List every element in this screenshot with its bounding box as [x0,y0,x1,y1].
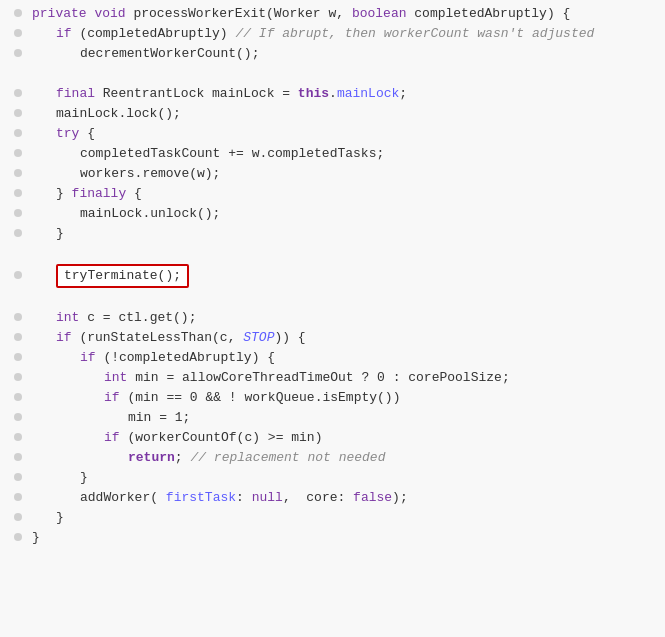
code-line [0,288,665,308]
line-code: private void processWorkerExit(Worker w,… [28,4,657,24]
line-code [28,244,657,264]
token: this [298,86,329,101]
code-line: if (!completedAbruptly) { [0,348,665,368]
code-line [0,244,665,264]
token: ReentrantLock mainLock = [103,86,298,101]
line-gutter [0,353,28,361]
gutter-dot-icon [14,209,22,217]
code-line: int c = ctl.get(); [0,308,665,328]
line-code: } [28,528,657,548]
line-code: min = 1; [28,408,657,428]
code-line: if (workerCountOf(c) >= min) [0,428,665,448]
token: min = allowCoreThreadTimeOut ? 0 : coreP… [135,370,509,385]
code-line: workers.remove(w); [0,164,665,184]
line-gutter [0,393,28,401]
code-line: if (completedAbruptly) // If abrupt, the… [0,24,665,44]
code-line: mainLock.unlock(); [0,204,665,224]
line-code: int c = ctl.get(); [28,308,657,328]
token: STOP [243,330,274,345]
line-gutter [0,169,28,177]
token: processWorkerExit(Worker w, [133,6,351,21]
line-code: return; // replacement not needed [28,448,657,468]
token: if [56,26,79,41]
gutter-dot-icon [14,9,22,17]
line-code: } [28,224,657,244]
line-code: } [28,468,657,488]
line-gutter [0,271,28,279]
line-gutter [0,453,28,461]
gutter-dot-icon [14,373,22,381]
token: return [128,450,175,465]
code-line: private void processWorkerExit(Worker w,… [0,4,665,24]
token: } [32,530,40,545]
gutter-dot-icon [14,433,22,441]
line-code: if (!completedAbruptly) { [28,348,657,368]
gutter-dot-icon [14,109,22,117]
line-code: decrementWorkerCount(); [28,44,657,64]
token: addWorker( [80,490,166,505]
code-line: completedTaskCount += w.completedTasks; [0,144,665,164]
line-code: try { [28,124,657,144]
gutter-dot-icon [14,413,22,421]
line-gutter [0,513,28,521]
line-gutter [0,373,28,381]
line-code: completedTaskCount += w.completedTasks; [28,144,657,164]
code-line: decrementWorkerCount(); [0,44,665,64]
token: (workerCountOf(c) >= min) [127,430,322,445]
empty-line [32,246,40,261]
code-line: return; // replacement not needed [0,448,665,468]
token: } [56,510,64,525]
line-code [28,64,657,84]
token: ; [399,86,407,101]
line-code: if (workerCountOf(c) >= min) [28,428,657,448]
code-line: min = 1; [0,408,665,428]
gutter-dot-icon [14,493,22,501]
token: int [104,370,135,385]
token: (completedAbruptly) [79,26,235,41]
token: if [104,390,127,405]
gutter-dot-icon [14,453,22,461]
line-code: mainLock.unlock(); [28,204,657,224]
token: final [56,86,103,101]
line-gutter [0,433,28,441]
token: void [94,6,133,21]
token: boolean [352,6,414,21]
token: } [56,186,72,201]
line-gutter [0,533,28,541]
token: mainLock [337,86,399,101]
line-code: } [28,508,657,528]
token: )) { [274,330,305,345]
code-line: } [0,508,665,528]
token: c = ctl.get(); [87,310,196,325]
token: mainLock.lock(); [56,106,181,121]
code-content: private void processWorkerExit(Worker w,… [0,4,665,548]
gutter-dot-icon [14,129,22,137]
line-code [28,288,657,308]
token: { [87,126,95,141]
line-code: } finally { [28,184,657,204]
gutter-dot-icon [14,473,22,481]
line-gutter [0,229,28,237]
code-line: if (min == 0 && ! workQueue.isEmpty()) [0,388,665,408]
token: firstTask [166,490,236,505]
token: ); [392,490,408,505]
token: mainLock.unlock(); [80,206,220,221]
line-code: tryTerminate(); [28,264,657,288]
gutter-dot-icon [14,149,22,157]
code-line: if (runStateLessThan(c, STOP)) { [0,328,665,348]
gutter-dot-icon [14,353,22,361]
line-gutter [0,149,28,157]
line-gutter [0,49,28,57]
token: finally [72,186,134,201]
highlighted-code: tryTerminate(); [56,264,189,288]
code-line: addWorker( firstTask: null, core: false)… [0,488,665,508]
token: completedTaskCount += w.completedTasks; [80,146,384,161]
token: if [104,430,127,445]
gutter-dot-icon [14,513,22,521]
line-code: if (completedAbruptly) // If abrupt, the… [28,24,657,44]
token: int [56,310,87,325]
token: } [56,226,64,241]
empty-line [32,66,40,81]
token: private [32,6,94,21]
token: { [134,186,142,201]
